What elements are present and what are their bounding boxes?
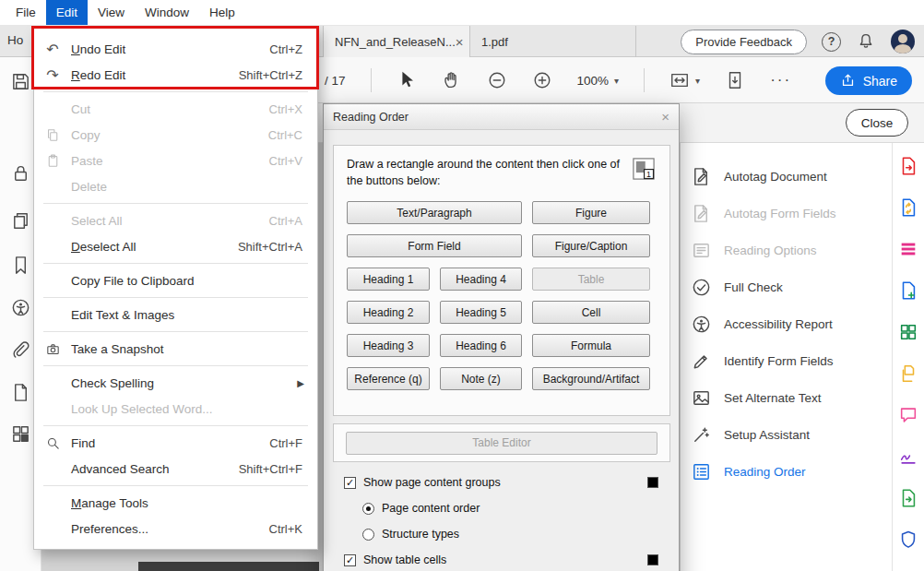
organize-pages-icon[interactable] bbox=[898, 239, 918, 259]
share-button[interactable]: Share bbox=[825, 66, 912, 95]
menu-item-manage-tools[interactable]: Manage Tools bbox=[34, 490, 317, 516]
zoom-level-dropdown[interactable]: 100% ▾ bbox=[577, 74, 620, 88]
tab-document-2[interactable]: 1.pdf bbox=[470, 26, 636, 57]
panel-item-autotag-document[interactable]: Autotag Document bbox=[681, 158, 892, 195]
menu-item-cut[interactable]: Cut Ctrl+X bbox=[34, 96, 317, 122]
chevron-down-icon: ▾ bbox=[695, 76, 700, 86]
tag-button-background-artifact[interactable]: Background/Artifact bbox=[532, 367, 650, 390]
menu-item-paste[interactable]: Paste Ctrl+V bbox=[34, 148, 317, 173]
page-scrolling-icon[interactable] bbox=[725, 70, 745, 90]
panel-item-accessibility-report[interactable]: Accessibility Report bbox=[681, 305, 892, 342]
tab-home[interactable]: Ho bbox=[7, 33, 32, 47]
fill-and-sign-icon[interactable] bbox=[898, 446, 918, 467]
close-panel-button[interactable]: Close bbox=[846, 109, 908, 137]
option-show-page-content-groups[interactable]: ✓ Show page content groups bbox=[344, 470, 664, 495]
tag-button-heading-3[interactable]: Heading 3 bbox=[347, 334, 430, 357]
help-icon[interactable]: ? bbox=[822, 32, 841, 52]
radio-selected[interactable] bbox=[362, 503, 374, 515]
panel-item-full-check[interactable]: Full Check bbox=[681, 268, 892, 305]
combine-files-icon[interactable] bbox=[898, 322, 918, 342]
create-pdf-icon[interactable] bbox=[898, 197, 918, 218]
provide-feedback-button[interactable]: Provide Feedback bbox=[681, 30, 807, 54]
export-pdf-icon[interactable] bbox=[898, 156, 918, 176]
tag-button-heading-5[interactable]: Heading 5 bbox=[440, 301, 522, 324]
more-tools-icon[interactable]: ··· bbox=[770, 71, 791, 89]
menu-item-edit-text-and-images[interactable]: Edit Text & Images bbox=[34, 302, 317, 327]
menu-item-delete[interactable]: Delete bbox=[34, 173, 317, 199]
menu-item-preferences[interactable]: Preferences... Ctrl+K bbox=[34, 516, 317, 541]
accessibility-icon[interactable] bbox=[10, 297, 31, 318]
bookmark-icon[interactable] bbox=[10, 255, 31, 276]
tag-button-heading-2[interactable]: Heading 2 bbox=[347, 301, 430, 324]
create-multiple-pdf-icon[interactable] bbox=[898, 363, 918, 384]
panel-item-identify-form-fields[interactable]: Identify Form Fields bbox=[681, 342, 892, 379]
menu-item-select-all[interactable]: Select All Ctrl+A bbox=[34, 208, 317, 233]
menu-item-advanced-search[interactable]: Advanced Search Shift+Ctrl+F bbox=[34, 456, 317, 482]
tag-button-form-field[interactable]: Form Field bbox=[347, 234, 522, 257]
menu-item-deselect-all[interactable]: Deselect All Shift+Ctrl+A bbox=[34, 233, 317, 259]
notifications-bell-icon[interactable] bbox=[856, 31, 876, 52]
select-tool-icon[interactable] bbox=[397, 70, 417, 90]
tag-button-heading-1[interactable]: Heading 1 bbox=[347, 268, 430, 291]
menu-help[interactable]: Help bbox=[199, 0, 245, 25]
protect-pdf-icon[interactable] bbox=[898, 529, 918, 550]
menu-item-take-a-snapshot[interactable]: Take a Snapshot bbox=[34, 336, 317, 362]
tag-button-figure[interactable]: Figure bbox=[532, 201, 650, 224]
document-icon[interactable] bbox=[10, 382, 31, 403]
hand-tool-icon[interactable] bbox=[442, 70, 462, 90]
menu-item-undo-edit[interactable]: ↶ Undo Edit Ctrl+Z bbox=[34, 36, 317, 62]
attachment-icon[interactable] bbox=[10, 339, 31, 361]
panel-item-reading-order[interactable]: Reading Order bbox=[681, 453, 892, 490]
tag-button-heading-6[interactable]: Heading 6 bbox=[440, 334, 522, 357]
tag-button-cell[interactable]: Cell bbox=[532, 301, 650, 324]
comment-icon[interactable] bbox=[898, 405, 918, 425]
menu-item-redo-edit[interactable]: ↷ Redo Edit Shift+Ctrl+Z bbox=[34, 62, 317, 88]
tag-button-figure-caption[interactable]: Figure/Caption bbox=[532, 234, 650, 257]
panel-item-setup-assistant[interactable]: Setup Assistant bbox=[681, 416, 892, 453]
save-icon[interactable] bbox=[10, 71, 31, 92]
panel-item-label: Reading Order bbox=[724, 465, 806, 479]
tab-document-1[interactable]: NFN_and_ReleaseN... × bbox=[323, 26, 470, 57]
table-editor-button[interactable]: Table Editor bbox=[346, 432, 657, 455]
dialog-close-icon[interactable]: × bbox=[661, 109, 669, 125]
edit-pdf-icon[interactable] bbox=[898, 280, 918, 301]
tag-button-heading-4[interactable]: Heading 4 bbox=[440, 268, 522, 291]
panel-item-autotag-form-fields[interactable]: Autotag Form Fields bbox=[681, 195, 892, 232]
tab-close-icon[interactable]: × bbox=[456, 35, 464, 49]
checkbox-checked[interactable]: ✓ bbox=[344, 554, 356, 566]
pattern-grid-icon[interactable] bbox=[10, 423, 31, 445]
tag-button-table[interactable]: Table bbox=[532, 268, 650, 291]
radio-unselected[interactable] bbox=[362, 529, 374, 541]
profile-avatar[interactable] bbox=[891, 30, 915, 54]
autotag-document-icon bbox=[691, 166, 712, 187]
option-page-content-order[interactable]: Page content order bbox=[344, 495, 664, 521]
tag-button-formula[interactable]: Formula bbox=[532, 334, 650, 357]
menu-item-find[interactable]: Find Ctrl+F bbox=[34, 430, 317, 456]
menu-file[interactable]: File bbox=[6, 0, 46, 25]
zoom-in-icon[interactable] bbox=[532, 70, 552, 90]
tag-button-text-paragraph[interactable]: Text/Paragraph bbox=[347, 201, 522, 224]
page-copies-icon[interactable] bbox=[10, 210, 31, 232]
tag-button-note[interactable]: Note (z) bbox=[440, 367, 522, 390]
panel-item-set-alternate-text[interactable]: Set Alternate Text bbox=[681, 379, 892, 416]
checkbox-checked[interactable]: ✓ bbox=[344, 477, 356, 489]
menu-view[interactable]: View bbox=[88, 0, 135, 25]
menu-item-shortcut: Shift+Ctrl+Z bbox=[239, 68, 317, 82]
dialog-title-bar[interactable]: Reading Order × bbox=[324, 104, 679, 130]
menu-item-copy-file-to-clipboard[interactable]: Copy File to Clipboard bbox=[34, 268, 317, 293]
panel-item-reading-options[interactable]: Reading Options bbox=[681, 232, 892, 268]
menu-item-check-spelling[interactable]: Check Spelling ▶ bbox=[34, 370, 317, 396]
menu-item-copy[interactable]: Copy Ctrl+C bbox=[34, 122, 317, 148]
menu-item-look-up-selected-word[interactable]: Look Up Selected Word... bbox=[34, 396, 317, 422]
menu-window[interactable]: Window bbox=[135, 0, 199, 25]
convert-pdf-icon[interactable] bbox=[898, 488, 918, 508]
tag-button-reference[interactable]: Reference (q) bbox=[347, 367, 430, 390]
lock-icon[interactable] bbox=[10, 163, 31, 184]
option-show-table-cells[interactable]: ✓ Show table cells bbox=[344, 547, 664, 571]
option-structure-types[interactable]: Structure types bbox=[344, 521, 664, 547]
fit-width-dropdown[interactable]: ▾ bbox=[669, 70, 700, 90]
color-swatch[interactable] bbox=[647, 477, 658, 488]
color-swatch[interactable] bbox=[647, 554, 658, 565]
menu-edit[interactable]: Edit bbox=[46, 0, 88, 25]
zoom-out-icon[interactable] bbox=[487, 70, 507, 90]
